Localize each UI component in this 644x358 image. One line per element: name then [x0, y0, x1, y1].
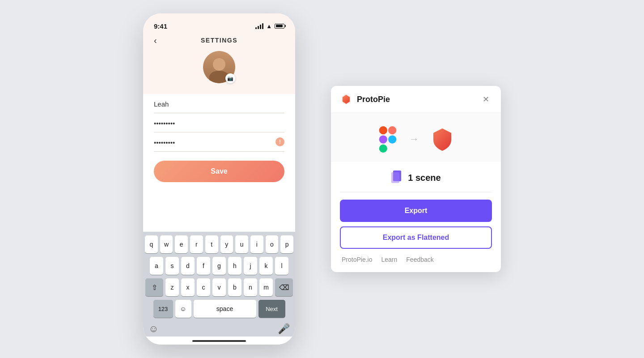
svg-rect-2 — [379, 135, 387, 143]
footer-learn-link[interactable]: Learn — [381, 256, 397, 263]
numbers-key[interactable]: 123 — [153, 300, 173, 318]
wifi-icon: ▲ — [266, 23, 272, 30]
name-input[interactable]: Leah — [154, 100, 284, 108]
field-error-icon: ! — [275, 137, 284, 146]
signal-icon — [255, 23, 263, 29]
key-h[interactable]: h — [228, 257, 242, 275]
export-flattened-button[interactable]: Export as Flattened — [340, 226, 492, 249]
key-m[interactable]: m — [259, 278, 273, 296]
name-field-container: Leah — [154, 94, 284, 113]
key-n[interactable]: n — [244, 278, 257, 296]
key-i[interactable]: i — [250, 235, 263, 253]
settings-nav: ‹ SETTINGS — [154, 37, 284, 44]
key-p[interactable]: p — [280, 235, 293, 253]
figma-logo-icon — [377, 126, 398, 153]
shift-key[interactable]: ⇧ — [145, 278, 163, 296]
svg-point-4 — [388, 135, 396, 143]
emoji-accessory-icon[interactable]: ☺ — [148, 323, 158, 335]
keyboard-row-bottom: 123 ☺ space Next — [145, 300, 293, 318]
keyboard-row-2: a s d f g h j k l — [145, 257, 293, 275]
key-w[interactable]: w — [160, 235, 173, 253]
panel-title-row: ProtoPie — [340, 93, 390, 106]
mic-accessory-icon[interactable]: 🎤 — [278, 323, 290, 335]
protopie-shield-icon — [430, 127, 455, 152]
emoji-key[interactable]: ☺ — [175, 300, 191, 318]
key-f[interactable]: f — [197, 257, 210, 275]
key-j[interactable]: j — [244, 257, 257, 275]
arrow-icon: → — [409, 133, 419, 145]
protopie-logo-icon — [340, 93, 352, 106]
key-k[interactable]: k — [259, 257, 273, 275]
keyboard-row-3: ⇧ z x c v b n m ⌫ — [145, 278, 293, 296]
phone-mockup: 9:41 ▲ ‹ SETTINGS 📷 Leah — [143, 13, 295, 345]
key-v[interactable]: v — [212, 278, 226, 296]
panel-title: ProtoPie — [357, 95, 390, 104]
export-button[interactable]: Export — [340, 200, 492, 222]
key-a[interactable]: a — [150, 257, 163, 275]
home-bar — [192, 340, 246, 342]
key-e[interactable]: e — [175, 235, 188, 253]
keyboard: q w e r t y u i o p a s d f g h j k l ⇧ … — [143, 232, 295, 337]
scene-icon — [391, 170, 403, 185]
settings-title: SETTINGS — [201, 37, 237, 44]
camera-icon[interactable]: 📷 — [225, 73, 235, 83]
key-o[interactable]: o — [266, 235, 279, 253]
keyboard-accessories: ☺ 🎤 — [145, 321, 293, 335]
key-g[interactable]: g — [212, 257, 226, 275]
save-button[interactable]: Save — [154, 161, 284, 182]
panel-header: ProtoPie ✕ — [331, 86, 501, 113]
panel-footer: ProtoPie.io Learn Feedback — [331, 256, 501, 263]
panel-divider — [340, 192, 492, 192]
delete-key[interactable]: ⌫ — [275, 278, 293, 296]
svg-rect-6 — [391, 172, 399, 183]
battery-icon — [275, 24, 284, 29]
key-b[interactable]: b — [228, 278, 242, 296]
footer-site-link[interactable]: ProtoPie.io — [342, 256, 372, 263]
status-bar: 9:41 ▲ — [143, 13, 295, 33]
svg-rect-0 — [379, 126, 387, 134]
key-r[interactable]: r — [190, 235, 203, 253]
scene-info: 1 scene — [331, 162, 501, 192]
key-u[interactable]: u — [235, 235, 248, 253]
protopie-panel: ProtoPie ✕ → 1 — [331, 86, 501, 272]
status-icons: ▲ — [255, 23, 284, 30]
password-field-container — [154, 113, 284, 132]
home-bar-area — [143, 337, 295, 345]
key-s[interactable]: s — [165, 257, 179, 275]
password-input[interactable] — [154, 119, 284, 127]
export-visual: → — [331, 113, 501, 162]
confirm-password-input[interactable] — [154, 139, 284, 146]
key-x[interactable]: x — [181, 278, 195, 296]
confirm-password-field-container: ! — [154, 132, 284, 152]
settings-form: Leah ! Save — [143, 94, 295, 232]
status-time: 9:41 — [154, 22, 167, 30]
key-c[interactable]: c — [197, 278, 210, 296]
key-d[interactable]: d — [181, 257, 195, 275]
svg-rect-1 — [388, 126, 396, 134]
settings-header: ‹ SETTINGS 📷 — [143, 33, 295, 94]
key-z[interactable]: z — [165, 278, 179, 296]
key-l[interactable]: l — [275, 257, 288, 275]
key-q[interactable]: q — [145, 235, 158, 253]
scene-count: 1 scene — [408, 173, 441, 183]
key-y[interactable]: y — [220, 235, 233, 253]
next-key[interactable]: Next — [258, 300, 285, 318]
space-key[interactable]: space — [194, 300, 256, 318]
avatar-container[interactable]: 📷 — [203, 51, 235, 83]
footer-feedback-link[interactable]: Feedback — [406, 256, 433, 263]
close-button[interactable]: ✕ — [479, 93, 492, 106]
back-button[interactable]: ‹ — [154, 35, 157, 46]
keyboard-row-1: q w e r t y u i o p — [145, 235, 293, 253]
key-t[interactable]: t — [205, 235, 218, 253]
svg-rect-3 — [379, 145, 387, 153]
